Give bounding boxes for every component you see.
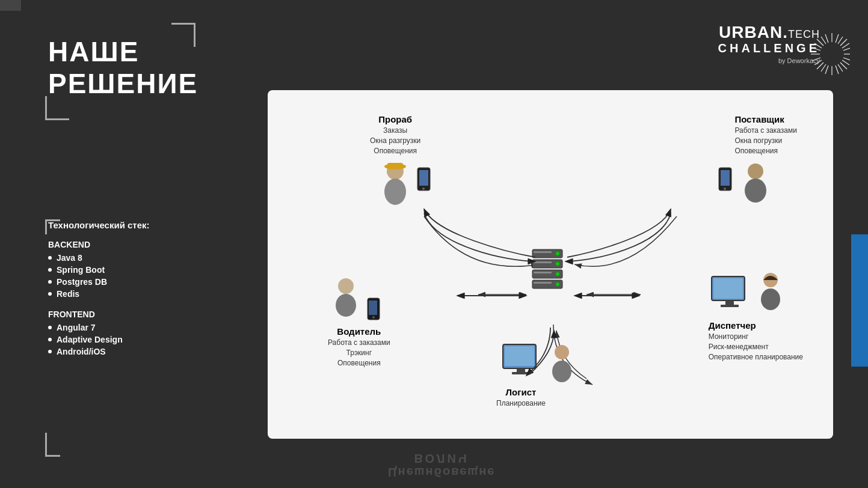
bullet-icon [48, 280, 52, 284]
backend-list: Java 8 Spring Boot Postgres DB Redis [48, 252, 250, 300]
bullet-icon [48, 350, 52, 353]
bullet-icon [48, 326, 52, 329]
backend-label: BACKEND [48, 240, 250, 249]
svg-line-42 [838, 64, 843, 72]
svg-line-36 [825, 34, 828, 43]
bullet-icon [48, 338, 52, 341]
frontend-item-3: Android/iOS [48, 346, 250, 358]
prorab-title: Прораб [370, 114, 420, 124]
svg-point-78 [336, 294, 356, 317]
blue-accent-bar [851, 234, 868, 367]
svg-rect-72 [534, 272, 552, 273]
svg-rect-58 [419, 170, 428, 186]
backend-item-4: Redis [48, 288, 250, 300]
top-bar [0, 0, 21, 11]
backend-item-3: Postgres DB [48, 276, 250, 288]
logist-person-icon [546, 343, 579, 388]
svg-line-43 [821, 64, 826, 72]
tech-stack-title: Технологический стек: [48, 220, 250, 230]
svg-point-56 [384, 178, 406, 205]
diagram-card: Прораб Заказы Окна разгрузки Оповещения [268, 90, 833, 439]
backend-item-1: Java 8 [48, 252, 250, 264]
dispatcher-title: Диспетчер [709, 320, 803, 331]
server-container [523, 246, 571, 303]
svg-line-39 [840, 39, 847, 46]
svg-rect-69 [534, 261, 552, 263]
frontend-list: Angular 7 Adaptive Design Android/iOS [48, 322, 250, 358]
svg-rect-63 [721, 170, 730, 186]
driver-phone-icon [367, 297, 380, 322]
backend-item-2: Spring Boot [48, 264, 250, 276]
dispatcher-desc: Мониторинг Риск-менеджмент Оперативное п… [709, 332, 803, 362]
diagram-inner: Прораб Заказы Окна разгрузки Оповещения [292, 108, 809, 421]
svg-point-73 [556, 272, 559, 276]
svg-line-47 [838, 37, 843, 44]
logo-urban: URBAN [719, 23, 783, 41]
svg-rect-66 [534, 251, 552, 253]
prorab-person-icon [374, 160, 416, 209]
bullet-icon [48, 268, 52, 272]
svg-point-87 [761, 288, 780, 310]
svg-point-70 [556, 262, 559, 266]
svg-rect-75 [534, 282, 552, 284]
reflection-line2: ВОЛИЧ [388, 451, 495, 465]
svg-point-93 [552, 361, 571, 382]
svg-point-61 [745, 178, 766, 203]
server-icon [523, 246, 571, 300]
supplier-title: Поставщик [734, 114, 797, 124]
logo-area: URBAN.TECH CHALLENGE by Deworkacy [742, 18, 850, 93]
svg-point-92 [555, 345, 569, 359]
svg-point-64 [724, 188, 726, 190]
logo-tech: TECH [788, 28, 820, 40]
frontend-label: FRONTEND [48, 310, 250, 319]
logist-desc: Планирование [496, 398, 546, 409]
svg-line-41 [842, 60, 849, 65]
node-dispatcher: Диспетчер Мониторинг Риск-менеджмент Опе… [709, 270, 803, 362]
svg-rect-55 [387, 163, 403, 169]
logo-dot: . [783, 23, 788, 41]
svg-line-48 [842, 43, 849, 48]
bracket-bottom-left [45, 96, 69, 120]
svg-point-59 [422, 188, 425, 190]
svg-line-26 [843, 58, 850, 61]
driver-title: Водитель [328, 326, 390, 337]
logist-monitor-icon [500, 343, 542, 382]
logo-by: by Deworkacy [718, 57, 820, 64]
svg-point-77 [338, 278, 354, 294]
svg-line-40 [843, 47, 850, 50]
logist-title: Логист [496, 387, 546, 397]
node-logist: Логист Планирование [496, 343, 546, 409]
tech-stack-section: Технологический стек: BACKEND Java 8 Spr… [48, 220, 250, 358]
svg-rect-80 [369, 300, 377, 315]
frontend-item-1: Angular 7 [48, 322, 250, 334]
svg-line-46 [821, 37, 826, 44]
dispatcher-monitor-icon [709, 273, 751, 316]
reflection-line1: Цнешнбовещне [388, 465, 495, 479]
svg-rect-89 [505, 346, 534, 366]
bracket-bottom-left-2 [45, 433, 60, 457]
node-driver: Водитель Работа с заказами Трэкинг Опове… [328, 276, 390, 368]
right-panel: URBAN.TECH CHALLENGE by Deworkacy [268, 0, 868, 488]
bullet-icon [48, 292, 52, 296]
logo-challenge: CHALLENGE [718, 41, 820, 55]
svg-line-38 [836, 34, 839, 43]
svg-rect-91 [512, 372, 530, 374]
svg-rect-84 [725, 300, 734, 305]
svg-rect-83 [713, 278, 743, 299]
prorab-desc: Заказы Окна разгрузки Оповещения [370, 126, 420, 156]
svg-rect-85 [721, 305, 739, 307]
svg-rect-90 [517, 368, 525, 373]
driver-desc: Работа с заказами Трэкинг Оповещения [328, 338, 390, 368]
svg-line-27 [840, 63, 847, 69]
node-supplier: Поставщик Работа с заказами Окна погрузк… [734, 114, 797, 208]
svg-point-81 [372, 316, 375, 319]
frontend-item-2: Adaptive Design [48, 334, 250, 346]
bullet-icon [48, 256, 52, 260]
prorab-phone-icon [416, 166, 431, 194]
bracket-mid-left [45, 219, 60, 234]
svg-line-30 [825, 66, 828, 74]
supplier-person-icon [734, 160, 777, 206]
svg-point-67 [556, 252, 559, 255]
bracket-top-right [171, 23, 195, 47]
page-title: НАШЕ РЕШЕНИЕ [48, 36, 250, 100]
